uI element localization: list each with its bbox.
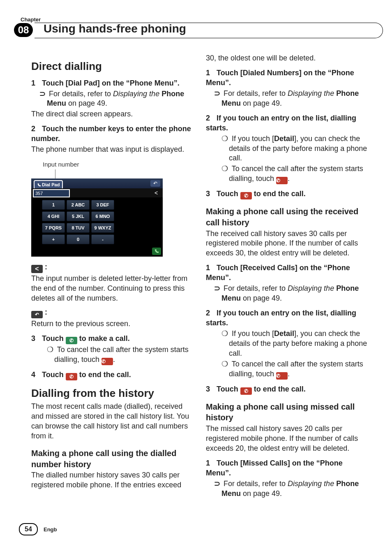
note: ❍ To cancel the call after the system st… bbox=[229, 164, 368, 184]
step-dialled-2: 2If you touch an entry on the list, dial… bbox=[206, 114, 368, 133]
paragraph: The received call history saves 30 calls… bbox=[206, 229, 368, 259]
paragraph: Return to the previous screen. bbox=[31, 319, 194, 329]
heading-history: Dialling from the history bbox=[31, 386, 194, 401]
note: ❍ If you touch [Detail], you can check t… bbox=[229, 329, 368, 359]
key-4[interactable]: 4 GHI bbox=[42, 211, 65, 221]
key-1[interactable]: 1 bbox=[42, 200, 65, 210]
key-6[interactable]: 6 MNO bbox=[91, 211, 114, 221]
key-3[interactable]: 3 DEF bbox=[91, 200, 114, 210]
key-0[interactable]: 0 bbox=[67, 234, 90, 244]
xref-phone-menu-4: ⊃ For details, refer to Displaying the P… bbox=[221, 479, 368, 499]
note-bullet-icon: ❍ bbox=[221, 360, 230, 368]
key-plus[interactable]: + bbox=[42, 234, 65, 244]
hangup-icon: ✆ bbox=[240, 387, 252, 395]
step-1: 1Touch [Dial Pad] on the “Phone Menu”. bbox=[31, 79, 194, 88]
hangup-icon: ✆ bbox=[240, 192, 252, 199]
heading-received-history: Making a phone call using the received c… bbox=[206, 206, 368, 228]
step-received-3: 3Touch ✆ to end the call. bbox=[206, 385, 368, 395]
step-3: 3Touch ✆ to make a call. bbox=[31, 334, 194, 344]
key-5[interactable]: 5 JKL bbox=[67, 211, 90, 221]
note-bullet-icon: ❍ bbox=[47, 345, 55, 354]
language-code: Engb bbox=[44, 526, 57, 533]
back-button[interactable]: ↶ bbox=[150, 180, 160, 187]
xref-phone-menu-1: ⊃ For details, refer to Displaying the P… bbox=[47, 89, 194, 109]
xref-arrow-icon: ⊃ bbox=[39, 90, 47, 98]
hangup-icon: ✆ bbox=[66, 373, 77, 380]
xref-phone-menu-3: ⊃ For details, refer to Displaying the P… bbox=[221, 284, 368, 303]
step-2: 2Touch the number keys to enter the phon… bbox=[31, 124, 194, 144]
callout-input-number: Input number bbox=[43, 160, 194, 169]
xref-phone-menu-2: ⊃ For details, refer to Displaying the P… bbox=[221, 89, 368, 109]
step-received-2: 2If you touch an entry on the list, dial… bbox=[206, 308, 368, 328]
call-icon: ✆ bbox=[66, 337, 77, 344]
entered-number: 357 bbox=[33, 189, 70, 197]
paragraph: The missed call history saves 20 calls p… bbox=[206, 424, 368, 454]
heading-direct-dialling: Direct dialling bbox=[31, 59, 194, 74]
key-9[interactable]: 9 WXYZ bbox=[91, 223, 114, 233]
note: ❍ To cancel the call after the system st… bbox=[229, 359, 368, 380]
key-minus[interactable]: - bbox=[91, 234, 114, 244]
keypad: 1 2 ABC 3 DEF 4 GHI 5 JKL 6 MNO 7 PQRS 8… bbox=[42, 200, 114, 244]
hangup-icon: ✆ bbox=[101, 358, 113, 365]
step-dialled-1: 1Touch [Dialed Numbers] on the “Phone Me… bbox=[206, 68, 368, 88]
xref-arrow-icon: ⊃ bbox=[214, 89, 221, 97]
xref-arrow-icon: ⊃ bbox=[214, 480, 221, 488]
phone-icon bbox=[37, 183, 41, 187]
step-missed-1: 1Touch [Missed Calls] on the “Phone Menu… bbox=[206, 459, 368, 478]
chapter-word: Chapter bbox=[21, 16, 41, 23]
call-button[interactable] bbox=[152, 248, 161, 255]
hangup-icon: ✆ bbox=[276, 177, 288, 184]
delete-button[interactable]: < bbox=[151, 189, 161, 197]
heading-dialled-history: Making a phone call using the dialled nu… bbox=[31, 448, 194, 470]
chapter-number-badge: 08 bbox=[14, 23, 33, 37]
chapter-title: Using hands-free phoning bbox=[44, 22, 186, 35]
note-bullet-icon: ❍ bbox=[221, 329, 230, 338]
heading-missed-history: Making a phone call using missed call hi… bbox=[206, 401, 368, 423]
step-4: 4Touch ✆ to end the call. bbox=[31, 370, 194, 380]
key-7[interactable]: 7 PQRS bbox=[42, 223, 65, 233]
step-dialled-3: 3Touch ✆ to end the call. bbox=[206, 189, 368, 199]
note-bullet-icon: ❍ bbox=[221, 164, 230, 173]
note: ❍ If you touch [Detail], you can check t… bbox=[229, 134, 368, 164]
note: ❍ To cancel the call after the system st… bbox=[54, 345, 194, 365]
key-2[interactable]: 2 ABC bbox=[67, 200, 90, 210]
paragraph: The most recent calls made (dialled), re… bbox=[31, 402, 194, 441]
key-8[interactable]: 8 TUV bbox=[67, 223, 90, 233]
page-number: 54 bbox=[19, 523, 38, 535]
paragraph: The input number is deleted letter-by-le… bbox=[31, 274, 194, 303]
back-icon: ↶ bbox=[31, 311, 43, 318]
paragraph: The direct dial screen appears. bbox=[31, 109, 194, 119]
icon-explain-back: ↶ : bbox=[31, 308, 194, 318]
paragraph: The phone number that was input is displ… bbox=[31, 145, 194, 155]
hangup-icon: ✆ bbox=[276, 372, 288, 380]
phone-icon bbox=[154, 249, 159, 254]
icon-explain-delete: < : bbox=[31, 262, 194, 273]
xref-arrow-icon: ⊃ bbox=[214, 284, 221, 292]
step-received-1: 1Touch [Received Calls] on the “Phone Me… bbox=[206, 263, 368, 283]
delete-icon: < bbox=[31, 265, 43, 273]
note-bullet-icon: ❍ bbox=[221, 134, 230, 143]
dialpad-screenshot: Dial Pad ↶ 357 < 1 2 ABC 3 DEF 4 GHI 5 J… bbox=[31, 178, 163, 257]
callout-line bbox=[55, 169, 55, 178]
